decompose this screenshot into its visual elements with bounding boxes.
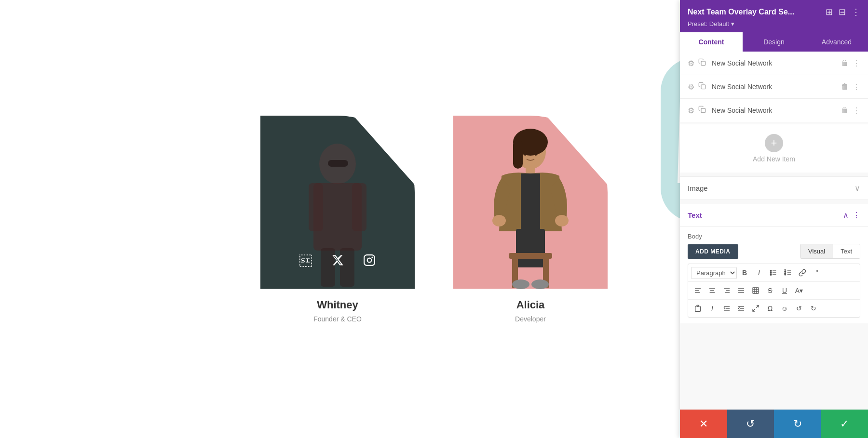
- align-center-button[interactable]: [705, 284, 719, 297]
- table-button[interactable]: [749, 284, 762, 297]
- italic-button[interactable]: I: [752, 266, 766, 279]
- svg-line-69: [753, 309, 755, 311]
- more-options-icon[interactable]: ⋮: [852, 7, 860, 17]
- text-section-title: Text: [688, 211, 843, 219]
- undo-editor-button[interactable]: ↺: [792, 302, 806, 315]
- text-more-icon[interactable]: ⋮: [853, 211, 860, 220]
- duplicate-icon-2[interactable]: [698, 82, 706, 92]
- grid-icon[interactable]: ⊟: [839, 7, 846, 17]
- duplicate-icon-3[interactable]: [698, 106, 706, 115]
- svg-rect-29: [701, 85, 705, 89]
- delete-icon-1[interactable]: 🗑: [841, 59, 849, 67]
- unordered-list-button[interactable]: [767, 266, 780, 279]
- add-media-button[interactable]: ADD MEDIA: [688, 244, 738, 259]
- svg-text:3: 3: [785, 273, 786, 276]
- toolbar-row-3: I: [688, 300, 860, 317]
- text-chevron-up-icon[interactable]: ∧: [843, 211, 849, 220]
- instagram-icon[interactable]: [363, 254, 376, 270]
- ordered-list-button[interactable]: 1 2 3: [781, 266, 795, 279]
- panel-title: Next Team Overlay Card Se...: [688, 8, 826, 16]
- card-role-whitney: Founder & CEO: [313, 315, 362, 323]
- image-section-title: Image: [688, 184, 854, 192]
- svg-point-35: [770, 272, 772, 274]
- more-icon-3[interactable]: ⋮: [853, 106, 860, 115]
- redo-button[interactable]: ↻: [774, 410, 821, 438]
- pink-figure: [453, 116, 608, 289]
- text-color-button[interactable]: A▾: [792, 284, 806, 297]
- settings-icon-2[interactable]: ⚙: [688, 82, 694, 92]
- indent-button[interactable]: [720, 302, 733, 315]
- strikethrough-button[interactable]: S: [763, 284, 777, 297]
- more-icon-2[interactable]: ⋮: [853, 82, 860, 92]
- add-new-label: Add New Item: [753, 155, 795, 163]
- image-section-header[interactable]: Image ∨: [680, 176, 868, 200]
- card-name-whitney: Whitney: [317, 299, 358, 311]
- undo-button[interactable]: ↺: [727, 410, 774, 438]
- cancel-icon: ✕: [699, 418, 708, 430]
- facebook-icon[interactable]: : [299, 254, 312, 270]
- panel-body: ⚙ New Social Network 🗑 ⋮: [680, 52, 868, 409]
- redo-editor-button[interactable]: ↻: [807, 302, 820, 315]
- text-section: Text ∧ ⋮ Body ADD MEDIA Visual Text: [680, 204, 868, 323]
- item-icons-right-3: 🗑 ⋮: [841, 106, 860, 115]
- bold-button[interactable]: B: [738, 266, 751, 279]
- save-icon: ✓: [840, 418, 849, 430]
- item-label-3: New Social Network: [712, 106, 841, 114]
- toolbar-row-1: Paragraph Heading 1 Heading 2 Heading 3 …: [688, 264, 860, 282]
- social-icons-whitney: : [260, 254, 415, 270]
- svg-rect-30: [701, 108, 705, 113]
- settings-icon-3[interactable]: ⚙: [688, 106, 694, 115]
- item-icons-left-3: ⚙: [688, 106, 706, 115]
- fullscreen-button[interactable]: [749, 302, 762, 315]
- panel-header-icons: ⊞ ⊟ ⋮: [826, 7, 860, 17]
- svg-rect-28: [701, 61, 705, 66]
- svg-rect-3: [352, 183, 366, 231]
- editor-area: ADD MEDIA Visual Text Paragraph Heading …: [680, 244, 868, 323]
- cancel-button[interactable]: ✕: [680, 410, 727, 438]
- list-item: ⚙ New Social Network 🗑 ⋮: [680, 99, 868, 122]
- more-icon-1[interactable]: ⋮: [853, 59, 860, 68]
- save-button[interactable]: ✓: [821, 410, 868, 438]
- visual-text-tabs: Visual Text: [800, 244, 860, 259]
- editor-toolbar: Paragraph Heading 1 Heading 2 Heading 3 …: [688, 264, 860, 318]
- italic-alt-button[interactable]: I: [705, 302, 719, 315]
- paste-text-button[interactable]: [691, 302, 705, 315]
- svg-point-16: [555, 215, 569, 226]
- item-label-2: New Social Network: [712, 83, 841, 91]
- panel-header: Next Team Overlay Card Se... ⊞ ⊟ ⋮ Prese…: [680, 0, 868, 32]
- svg-rect-14: [521, 173, 540, 231]
- emoji-button[interactable]: ☺: [778, 302, 791, 315]
- team-card-whitney:  Whitney Founder & CEO: [260, 116, 415, 323]
- delete-icon-3[interactable]: 🗑: [841, 106, 849, 115]
- paragraph-select[interactable]: Paragraph Heading 1 Heading 2 Heading 3: [691, 267, 737, 279]
- toolbar-row-2: S U A▾: [688, 282, 860, 300]
- align-left-button[interactable]: [691, 284, 705, 297]
- card-image-alicia: [453, 116, 608, 289]
- special-chars-button[interactable]: Ω: [763, 302, 777, 315]
- quote-button[interactable]: ": [810, 266, 824, 279]
- svg-rect-55: [753, 288, 759, 293]
- text-tab[interactable]: Text: [833, 244, 860, 258]
- underline-button[interactable]: U: [778, 284, 791, 297]
- outdent-button[interactable]: [734, 302, 748, 315]
- svg-point-15: [492, 215, 506, 226]
- twitter-icon[interactable]: [331, 254, 344, 270]
- link-button[interactable]: [796, 266, 809, 279]
- duplicate-icon-1[interactable]: [698, 58, 706, 68]
- visual-tab[interactable]: Visual: [800, 244, 833, 258]
- delete-icon-2[interactable]: 🗑: [841, 82, 849, 91]
- list-item: ⚙ New Social Network 🗑 ⋮: [680, 52, 868, 75]
- justify-button[interactable]: [734, 284, 748, 297]
- align-right-button[interactable]: [720, 284, 733, 297]
- tab-design[interactable]: Design: [743, 32, 805, 52]
- tab-advanced[interactable]: Advanced: [805, 32, 868, 52]
- responsive-icon[interactable]: ⊞: [826, 7, 833, 17]
- tab-content[interactable]: Content: [680, 32, 743, 52]
- panel-preset[interactable]: Preset: Default ▾: [688, 20, 860, 27]
- team-card-alicia: Alicia Developer: [453, 116, 608, 323]
- add-new-item-button[interactable]: + Add New Item: [680, 124, 868, 173]
- card-image-whitney: : [260, 116, 415, 289]
- settings-icon-1[interactable]: ⚙: [688, 59, 694, 68]
- item-label-1: New Social Network: [712, 59, 841, 67]
- svg-point-36: [770, 274, 772, 276]
